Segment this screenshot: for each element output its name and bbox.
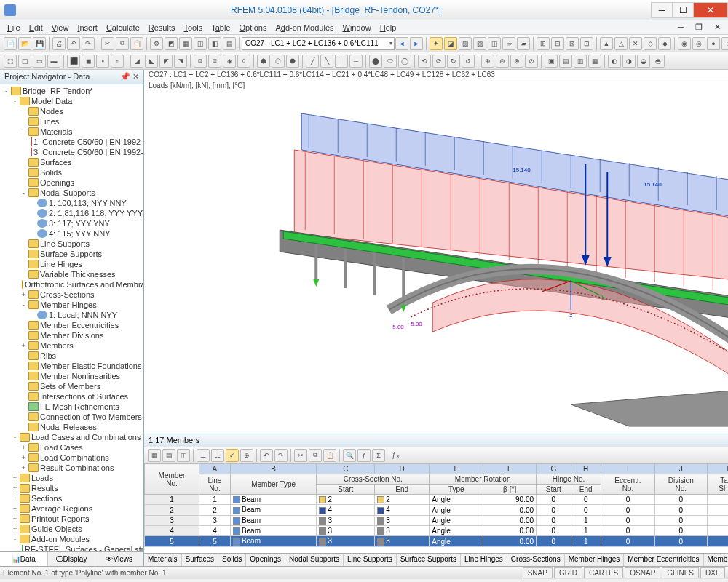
- tree-item[interactable]: Ribs: [0, 351, 143, 361]
- maximize-button[interactable]: ☐: [672, 2, 694, 18]
- tool-icon[interactable]: ◫: [488, 37, 501, 50]
- tab-views[interactable]: 👁 Views: [95, 552, 143, 566]
- menu-insert[interactable]: Insert: [73, 22, 102, 33]
- tool-icon[interactable]: │: [335, 55, 348, 68]
- tree-item[interactable]: -Load Cases and Combinations: [0, 432, 143, 442]
- mdi-close[interactable]: ✕: [710, 21, 725, 33]
- tree-item[interactable]: +Results: [0, 483, 143, 493]
- menu-edit[interactable]: Edit: [25, 22, 47, 33]
- tool-icon[interactable]: ▤: [559, 55, 572, 68]
- tool-icon[interactable]: ◈: [223, 55, 236, 68]
- tool-icon[interactable]: ⊠: [566, 37, 579, 50]
- close-button[interactable]: ✕: [693, 2, 728, 18]
- tool-icon[interactable]: ☰: [197, 449, 210, 462]
- tool-icon[interactable]: ▭: [33, 55, 46, 68]
- tool-icon[interactable]: ⊕: [481, 55, 494, 68]
- tool-icon[interactable]: ƒ: [357, 449, 371, 462]
- tree-item[interactable]: -Member Hinges: [0, 300, 143, 310]
- tool-icon[interactable]: ◐: [608, 55, 621, 68]
- tool-icon[interactable]: ◑: [622, 55, 636, 68]
- tool-icon[interactable]: ⬤: [369, 55, 382, 68]
- tool-icon[interactable]: ⊞: [537, 37, 550, 50]
- tree-item[interactable]: +Printout Reports: [0, 514, 143, 524]
- table-tab[interactable]: Nodal Supports: [285, 554, 344, 566]
- menu-addon[interactable]: Add-on Modules: [271, 22, 338, 33]
- tool-icon[interactable]: ⊖: [496, 55, 509, 68]
- redo-icon[interactable]: ↷: [82, 37, 95, 50]
- tab-display[interactable]: 🖵 Display: [48, 552, 96, 566]
- tree-item[interactable]: 4: 115; YYY NNY: [0, 228, 143, 239]
- menu-file[interactable]: File: [3, 22, 25, 33]
- tree-item[interactable]: +Members: [0, 340, 143, 351]
- tree-item[interactable]: Line Hinges: [0, 259, 143, 269]
- loadcase-combo[interactable]: CO27 - LC1 + LC2 + LC136 + 0.6*LC111: [242, 37, 395, 50]
- table-tab[interactable]: Line Hinges: [461, 554, 507, 566]
- tool-icon[interactable]: ◫: [177, 449, 190, 462]
- navigator-tree[interactable]: -Bridge_RF-Tendon*-Model DataNodesLines-…: [0, 84, 143, 551]
- tool-icon[interactable]: ⬣: [286, 55, 299, 68]
- open-icon[interactable]: 📂: [18, 37, 31, 50]
- table-tab[interactable]: Surfaces: [182, 554, 218, 566]
- menu-tools[interactable]: Tools: [179, 22, 207, 33]
- tree-item[interactable]: Member Divisions: [0, 330, 143, 340]
- tool-icon[interactable]: ▨: [473, 37, 486, 50]
- tree-item[interactable]: +Load Combinations: [0, 453, 143, 463]
- tree-item[interactable]: Openings: [0, 178, 143, 188]
- tool-icon[interactable]: ▥: [574, 55, 587, 68]
- tool-icon[interactable]: ⬡: [272, 55, 285, 68]
- tool-icon[interactable]: ◯: [398, 55, 411, 68]
- tree-item[interactable]: 1: 100,113; NYY NNY: [0, 198, 143, 208]
- tree-item[interactable]: FE Mesh Refinements: [0, 402, 143, 412]
- tree-item[interactable]: Nodal Releases: [0, 422, 143, 432]
- tool-icon[interactable]: ◓: [652, 55, 665, 68]
- tool-icon[interactable]: ⧈: [194, 55, 207, 68]
- tool-icon[interactable]: ⟲: [418, 55, 431, 68]
- tool-icon[interactable]: ▦: [148, 449, 161, 462]
- tool-icon[interactable]: ◉: [678, 37, 691, 50]
- tool-icon[interactable]: ◫: [18, 55, 31, 68]
- status-grid[interactable]: GRID: [554, 567, 582, 578]
- tree-item[interactable]: Nodes: [0, 106, 143, 116]
- status-osnap[interactable]: OSNAP: [625, 567, 660, 578]
- undo-icon[interactable]: ↶: [67, 37, 80, 50]
- tree-item[interactable]: 2: 1,81,116,118; YYY YYY: [0, 208, 143, 218]
- tree-item[interactable]: +Result Combinations: [0, 463, 143, 473]
- 3d-viewport[interactable]: y z 5.00 5.00 15.140 15.140: [144, 92, 728, 434]
- tool-icon[interactable]: ↻: [447, 55, 460, 68]
- tree-item[interactable]: 1: Concrete C50/60 | EN 1992-1: [0, 137, 143, 147]
- tool-icon[interactable]: ⊟: [551, 37, 564, 50]
- new-icon[interactable]: 📄: [4, 37, 17, 50]
- tool-icon[interactable]: ⬭: [384, 55, 397, 68]
- tree-item[interactable]: 1: Local; NNN NYY: [0, 310, 143, 320]
- paste-icon[interactable]: 📋: [130, 37, 143, 50]
- tool-icon[interactable]: ◇: [644, 37, 657, 50]
- tool-icon[interactable]: ↶: [260, 449, 273, 462]
- tree-item[interactable]: Surface Supports: [0, 249, 143, 259]
- tool-icon[interactable]: ↺: [462, 55, 475, 68]
- tool-icon[interactable]: ⚙: [150, 37, 163, 50]
- tool-icon[interactable]: ▤: [223, 37, 236, 50]
- tool-icon[interactable]: ◢: [130, 55, 143, 68]
- tool-icon[interactable]: ▧: [459, 37, 472, 50]
- menu-results[interactable]: Results: [144, 22, 180, 33]
- tool-icon[interactable]: ⬚: [4, 55, 17, 68]
- menu-calculate[interactable]: Calculate: [102, 22, 144, 33]
- tree-item[interactable]: RF-STEEL Surfaces - General stress: [0, 544, 143, 551]
- tool-icon[interactable]: ▫: [111, 55, 124, 68]
- tree-item[interactable]: Intersections of Surfaces: [0, 391, 143, 402]
- tool-icon[interactable]: ●: [707, 37, 720, 50]
- tree-item[interactable]: 3: 117; YYY YNY: [0, 218, 143, 228]
- tool-icon[interactable]: ◒: [637, 55, 650, 68]
- tree-item[interactable]: Orthotropic Surfaces and Membra: [0, 279, 143, 290]
- tool-icon[interactable]: ╱: [306, 55, 319, 68]
- tool-icon[interactable]: ▦: [179, 37, 192, 50]
- tool-icon[interactable]: 🔍: [343, 449, 356, 462]
- tree-item[interactable]: Surfaces: [0, 157, 143, 167]
- status-dxf[interactable]: DXF: [700, 567, 725, 578]
- tree-item[interactable]: Member Eccentricities: [0, 320, 143, 330]
- tool-icon[interactable]: ▬: [47, 55, 60, 68]
- tree-item[interactable]: -Model Data: [0, 96, 143, 106]
- tool-icon[interactable]: ◊: [237, 55, 250, 68]
- next-lc-icon[interactable]: ►: [410, 37, 423, 50]
- tool-icon[interactable]: ⬛: [67, 55, 80, 68]
